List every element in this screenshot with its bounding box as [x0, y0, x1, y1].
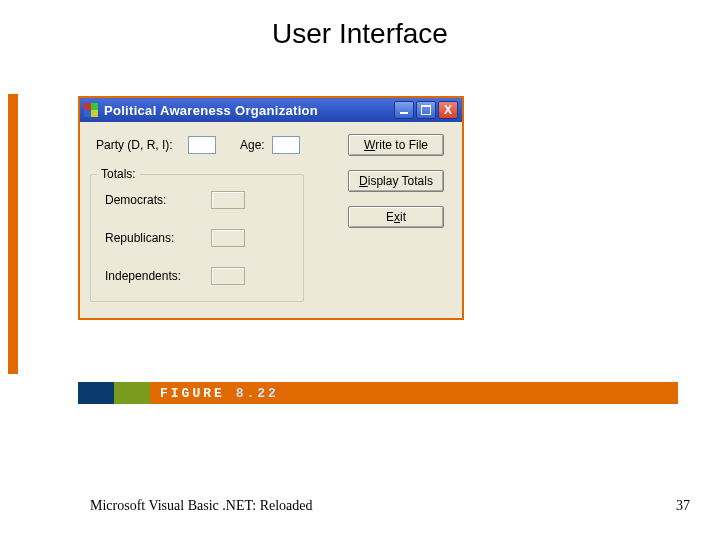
vb-form-window: Political Awareness Organization X Party… — [78, 96, 464, 320]
fig-color-navy — [78, 382, 114, 404]
totals-groupbox: Totals: Democrats: Republicans: Independ… — [90, 174, 304, 302]
form-client-area: Party (D, R, I): Age: Write to File Disp… — [80, 122, 462, 318]
age-input[interactable] — [272, 136, 300, 154]
figure-caption-bar: FIGURE 8.22 — [78, 382, 678, 404]
independents-value — [211, 267, 245, 285]
independents-label: Independents: — [103, 269, 183, 283]
party-input[interactable] — [188, 136, 216, 154]
republicans-value — [211, 229, 245, 247]
close-button[interactable]: X — [438, 101, 458, 119]
display-totals-button[interactable]: Display Totals — [348, 170, 444, 192]
minimize-button[interactable] — [394, 101, 414, 119]
figure-label: FIGURE 8.22 — [160, 386, 279, 401]
footer-text: Microsoft Visual Basic .NET: Reloaded — [90, 498, 313, 514]
republicans-label: Republicans: — [103, 231, 176, 245]
exit-button[interactable]: Exit — [348, 206, 444, 228]
party-label: Party (D, R, I): — [94, 138, 175, 152]
app-icon — [84, 103, 98, 117]
write-to-file-button[interactable]: Write to File — [348, 134, 444, 156]
decorative-rail — [8, 94, 18, 374]
titlebar[interactable]: Political Awareness Organization X — [80, 98, 462, 122]
age-label: Age: — [238, 138, 267, 152]
window-title: Political Awareness Organization — [104, 103, 392, 118]
page-title: User Interface — [0, 18, 720, 50]
democrats-value — [211, 191, 245, 209]
fig-color-olive — [114, 382, 150, 404]
fig-color-orange: FIGURE 8.22 — [150, 382, 678, 404]
totals-legend: Totals: — [97, 167, 140, 181]
maximize-button[interactable] — [416, 101, 436, 119]
democrats-label: Democrats: — [103, 193, 168, 207]
page-number: 37 — [676, 498, 690, 514]
